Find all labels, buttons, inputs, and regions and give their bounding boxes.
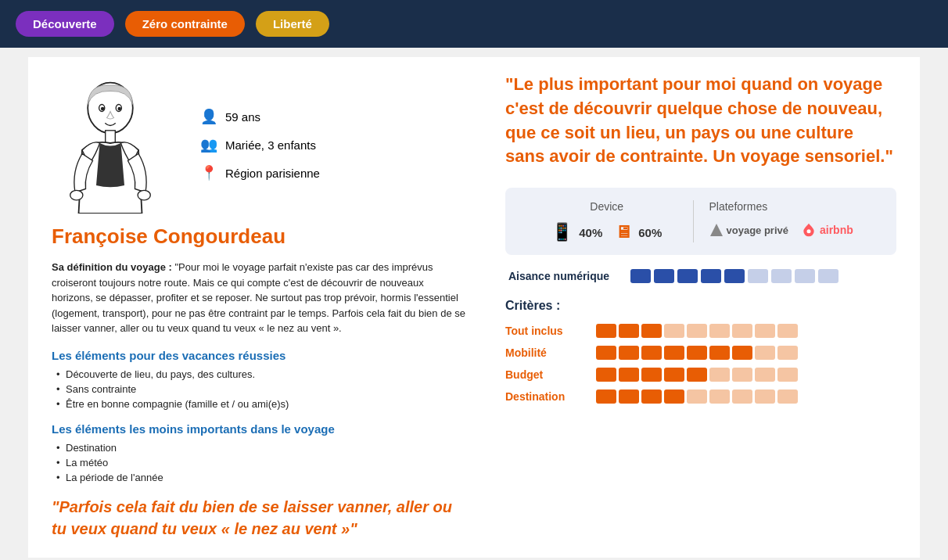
- desktop-device: 🖥 60%: [615, 222, 662, 242]
- bseg-8: [755, 368, 775, 382]
- platform-title: Plateformes: [709, 200, 882, 213]
- seg-2: [654, 269, 674, 283]
- seg-5: [724, 269, 745, 283]
- critere-label-tout-inclus: Tout inclus: [505, 325, 584, 337]
- critere-bars-tout-inclus: [596, 324, 798, 338]
- cseg-7: [732, 324, 752, 338]
- dseg-1: [596, 389, 616, 404]
- svg-point-9: [807, 229, 811, 233]
- svg-marker-8: [710, 224, 723, 236]
- dseg-3: [641, 389, 662, 404]
- left-column: 👤 59 ans 👥 Mariée, 3 enfants 📍 Région pa…: [52, 73, 490, 542]
- age-value: 59 ans: [225, 110, 260, 124]
- airbnb-label: airbnb: [820, 224, 853, 236]
- top-quote: "Le plus important pour moi quand on voy…: [505, 73, 896, 169]
- dseg-2: [619, 389, 639, 404]
- device-bars: 📱 40% 🖥 60%: [521, 222, 693, 242]
- airbnb-icon: [801, 222, 817, 238]
- mseg-8: [755, 346, 775, 360]
- cseg-3: [641, 324, 662, 338]
- seg-4: [701, 269, 721, 283]
- dseg-8: [755, 389, 775, 404]
- criteres-title: Critères :: [505, 299, 896, 313]
- bseg-2: [619, 368, 639, 382]
- bseg-1: [596, 368, 616, 382]
- critere-label-budget: Budget: [505, 368, 584, 381]
- voyage-prive-logo: voyage privé: [709, 223, 789, 237]
- top-bar: Découverte Zéro contrainte Liberté: [0, 0, 948, 48]
- critere-row-tout-inclus: Tout inclus: [505, 324, 896, 338]
- mseg-4: [664, 346, 684, 360]
- dseg-7: [732, 389, 752, 404]
- location-icon: 📍: [200, 164, 217, 181]
- mseg-1: [596, 346, 616, 360]
- less-item-1: Destination: [55, 442, 466, 454]
- svg-rect-5: [106, 131, 116, 143]
- seg-6: [748, 269, 768, 283]
- critere-label-destination: Destination: [505, 390, 584, 403]
- svg-point-4: [117, 107, 121, 111]
- success-item-2: Sans contrainte: [55, 383, 466, 395]
- success-item-3: Être en bonne compagnie (famille et / ou…: [55, 398, 466, 410]
- tag-liberte[interactable]: Liberté: [256, 11, 329, 37]
- critere-bars-mobilite: [596, 346, 798, 360]
- seg-8: [795, 269, 815, 283]
- critere-bars-destination: [596, 389, 798, 404]
- mseg-9: [777, 346, 798, 360]
- svg-point-6: [70, 190, 83, 200]
- critere-row-budget: Budget: [505, 368, 896, 382]
- voyage-prive-label: voyage privé: [727, 224, 789, 236]
- dseg-6: [709, 389, 730, 404]
- persona-header: 👤 59 ans 👥 Mariée, 3 enfants 📍 Région pa…: [52, 73, 466, 217]
- seg-9: [818, 269, 838, 283]
- avatar-illustration: [52, 73, 169, 214]
- success-list: Découverte de lieu, du pays, des culture…: [52, 368, 466, 410]
- less-item-2: La météo: [55, 457, 466, 468]
- critere-row-mobilite: Mobilité: [505, 346, 896, 360]
- dseg-5: [687, 389, 707, 404]
- mseg-6: [709, 346, 730, 360]
- bseg-7: [732, 368, 752, 382]
- platform-section: Plateformes voyage privé airbnb: [693, 200, 882, 242]
- seg-3: [677, 269, 698, 283]
- mseg-7: [732, 346, 752, 360]
- cseg-5: [687, 324, 707, 338]
- definition-block: Sa définition du voyage : "Pour moi le v…: [52, 260, 466, 336]
- bseg-9: [777, 368, 798, 382]
- mseg-2: [619, 346, 639, 360]
- tag-decouverte[interactable]: Découverte: [16, 11, 114, 37]
- mobile-icon: 📱: [551, 222, 573, 242]
- family-icon: 👥: [200, 136, 217, 153]
- age-row: 👤 59 ans: [200, 108, 320, 125]
- critere-label-mobilite: Mobilité: [505, 346, 584, 359]
- bseg-5: [687, 368, 707, 382]
- cseg-9: [777, 324, 798, 338]
- bseg-4: [664, 368, 684, 382]
- desktop-icon: 🖥: [615, 222, 632, 242]
- dseg-4: [664, 389, 684, 404]
- seg-1: [630, 269, 651, 283]
- critere-bars-budget: [596, 368, 798, 382]
- definition-label: Sa définition du voyage :: [52, 261, 172, 273]
- location-row: 📍 Région parisienne: [200, 164, 320, 181]
- cseg-8: [755, 324, 775, 338]
- tag-zero-contrainte[interactable]: Zéro contrainte: [125, 11, 245, 37]
- aisance-bar-segments: [630, 269, 838, 283]
- aisance-row: Aisance numérique: [505, 269, 896, 283]
- seg-7: [771, 269, 792, 283]
- persona-name: Françoise Congourdeau: [52, 224, 466, 249]
- desktop-pct: 60%: [638, 226, 662, 239]
- cseg-6: [709, 324, 730, 338]
- critere-row-destination: Destination: [505, 389, 896, 404]
- main-card: 👤 59 ans 👥 Mariée, 3 enfants 📍 Région pa…: [28, 57, 920, 558]
- mobile-pct: 40%: [579, 226, 602, 239]
- svg-point-7: [138, 190, 150, 200]
- device-title: Device: [521, 200, 693, 213]
- success-title: Les éléments pour des vacances réussies: [52, 349, 466, 362]
- voyage-prive-icon: [709, 223, 724, 237]
- right-column: "Le plus important pour moi quand on voy…: [490, 73, 896, 542]
- persona-info-list: 👤 59 ans 👥 Mariée, 3 enfants 📍 Région pa…: [200, 108, 320, 181]
- cseg-4: [664, 324, 684, 338]
- location-value: Région parisienne: [225, 167, 320, 180]
- less-important-list: Destination La météo La période de l'ann…: [52, 442, 466, 483]
